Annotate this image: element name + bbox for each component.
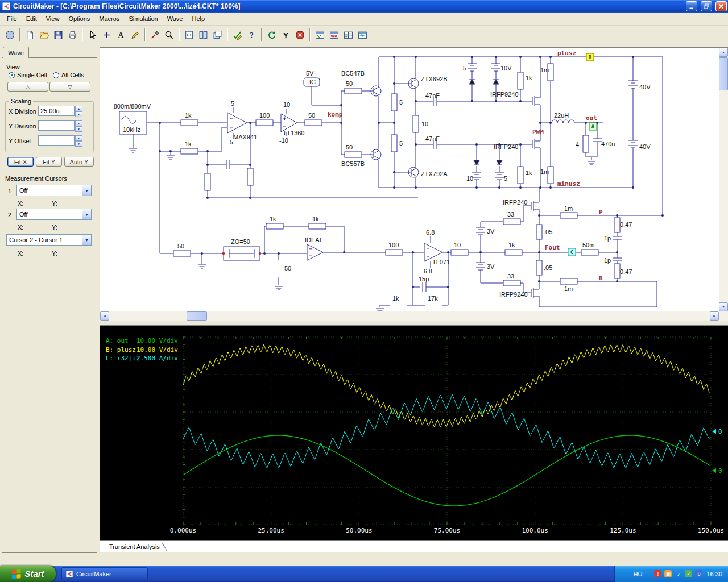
- minimize-button[interactable]: [686, 1, 697, 11]
- spin-down-icon[interactable]: ▼: [75, 141, 82, 147]
- auto-y-button[interactable]: Auto Y: [64, 157, 94, 167]
- y-axis-setup-button[interactable]: Y: [279, 28, 293, 42]
- menu-edit[interactable]: Edit: [22, 14, 42, 24]
- legend-name-c[interactable]: C: r32[i]: [106, 355, 140, 362]
- y-offset-input[interactable]: [38, 135, 75, 146]
- cursor1-select[interactable]: Off ▼: [16, 185, 92, 196]
- y-division-input[interactable]: [38, 120, 75, 131]
- difference-y-label: Y:: [52, 250, 57, 257]
- zoom-tool-button[interactable]: [162, 28, 176, 42]
- cursor2-number: 2: [8, 211, 11, 218]
- fit-x-button[interactable]: Fit X: [7, 157, 34, 167]
- messenger-tray-icon[interactable]: b: [695, 570, 702, 577]
- reset-simulation-button[interactable]: [264, 28, 279, 42]
- y-division-label: Y Division: [9, 123, 36, 130]
- edit-tool-button[interactable]: [128, 28, 142, 42]
- tab-wave[interactable]: Wave: [3, 47, 29, 58]
- net-label: komp: [328, 111, 343, 118]
- spin-up-icon[interactable]: ▲: [75, 135, 82, 141]
- schematic-viewport[interactable]: -800m/800mV10kHz1k1k5-5MAX94110010-10LT1…: [100, 48, 719, 311]
- cell-down-button[interactable]: ▽: [49, 82, 90, 92]
- schematic-canvas[interactable]: -800m/800mV10kHz1k1k5-5MAX94110010-10LT1…: [100, 48, 719, 311]
- cursor2-select[interactable]: Off ▼: [16, 209, 92, 220]
- fit-page-button[interactable]: [182, 28, 196, 42]
- menu-wave[interactable]: Wave: [163, 14, 188, 24]
- tab-transient-analysis[interactable]: Transient Analysis: [100, 542, 164, 550]
- menu-simulation[interactable]: Simulation: [124, 14, 162, 24]
- close-button[interactable]: [715, 1, 727, 11]
- part-browser-button[interactable]: [3, 28, 17, 42]
- antivirus-tray-icon[interactable]: !: [654, 570, 661, 577]
- net-label: out: [586, 114, 597, 122]
- display-utility-tray-icon[interactable]: ▣: [664, 570, 672, 577]
- x-tick-label: 75.00us: [434, 527, 460, 534]
- scope-window-2-button[interactable]: [327, 28, 341, 42]
- scheduler-tray-icon[interactable]: ✓: [685, 570, 692, 577]
- scroll-up-button[interactable]: ▲: [719, 48, 728, 57]
- scroll-left-button[interactable]: ◄: [100, 311, 109, 321]
- y-offset-spinner[interactable]: ▲▼: [75, 135, 82, 146]
- toolbar-separator: [227, 28, 228, 41]
- tile-windows-button[interactable]: [196, 28, 210, 42]
- legend-name-a[interactable]: A: out: [106, 337, 129, 344]
- menu-view[interactable]: View: [42, 14, 64, 24]
- component-label: 5: [504, 175, 507, 182]
- cascade-windows-button[interactable]: [210, 28, 225, 42]
- cell-up-button[interactable]: △: [7, 82, 48, 92]
- menu-macros[interactable]: Macros: [94, 14, 124, 24]
- restore-button[interactable]: [701, 1, 712, 11]
- language-indicator[interactable]: HU: [634, 571, 643, 577]
- horizontal-scroll-thumb[interactable]: [187, 311, 207, 321]
- vertical-scroll-thumb[interactable]: [719, 57, 728, 90]
- y-axis-setup-icon: Y: [281, 30, 291, 40]
- dropdown-arrow-icon[interactable]: ▼: [82, 209, 91, 219]
- y-division-spinner[interactable]: ▲▼: [75, 120, 82, 131]
- start-button[interactable]: Start: [0, 566, 56, 582]
- x-division-spinner[interactable]: ▲▼: [75, 106, 82, 116]
- radio-all-cells[interactable]: All Cells: [53, 72, 84, 78]
- scroll-right-button[interactable]: ►: [710, 311, 719, 321]
- quick-edit-button[interactable]: [230, 28, 245, 42]
- scope-window-3-button[interactable]: [341, 28, 355, 42]
- scope-window-1-button[interactable]: [313, 28, 327, 42]
- x-division-input[interactable]: [38, 106, 75, 116]
- legend-name-b[interactable]: B: plusz: [106, 346, 136, 354]
- component-label: 3V: [487, 263, 495, 270]
- schematic-horizontal-scrollbar[interactable]: ◄ ►: [100, 311, 719, 321]
- save-file-button[interactable]: [51, 28, 65, 42]
- text-tool-button[interactable]: A: [114, 28, 128, 42]
- component-label: 1k: [526, 169, 532, 176]
- radio-single-cell[interactable]: Single Cell: [9, 72, 47, 78]
- scroll-down-button[interactable]: ▼: [719, 302, 728, 311]
- wire-tool-icon: [102, 30, 111, 40]
- volume-tray-icon[interactable]: ♪: [675, 570, 682, 577]
- spin-up-icon[interactable]: ▲: [75, 120, 82, 126]
- menu-file[interactable]: File: [2, 14, 22, 24]
- waveform-panel[interactable]: A: out10.00 V/divB: plusz10.00 V/divC: r…: [100, 325, 728, 540]
- fit-y-button[interactable]: Fit Y: [36, 157, 62, 167]
- help-button[interactable]: ?: [245, 28, 259, 42]
- spin-down-icon[interactable]: ▼: [75, 111, 82, 117]
- open-file-button[interactable]: [37, 28, 51, 42]
- cursor-difference-select[interactable]: Cursor 2 - Cursor 1 ▼: [6, 234, 92, 246]
- dropdown-arrow-icon[interactable]: ▼: [82, 185, 91, 196]
- print-button[interactable]: [65, 28, 80, 42]
- component-label: 3V: [487, 228, 495, 235]
- scope-window-4-button[interactable]: [355, 28, 370, 42]
- menu-help[interactable]: Help: [187, 14, 209, 24]
- new-file-button[interactable]: [23, 28, 37, 42]
- dropdown-arrow-icon[interactable]: ▼: [82, 235, 91, 245]
- spin-up-icon[interactable]: ▲: [75, 106, 82, 111]
- y-offset-label: Y Offset: [9, 138, 31, 144]
- waveform-plot[interactable]: A: out10.00 V/divB: plusz10.00 V/divC: r…: [100, 326, 728, 541]
- wire-tool-button[interactable]: [100, 28, 114, 42]
- schematic-vertical-scrollbar[interactable]: ▲ ▼: [719, 48, 728, 311]
- menu-options[interactable]: Options: [64, 14, 94, 24]
- probe-tool-button[interactable]: [148, 28, 162, 42]
- stop-simulation-button[interactable]: [293, 28, 307, 42]
- taskbar-task-circuitmaker[interactable]: CircuitMaker: [61, 567, 148, 580]
- component-label: 50: [346, 144, 353, 151]
- spin-down-icon[interactable]: ▼: [75, 126, 82, 132]
- component-label: -10: [279, 137, 288, 144]
- arrow-tool-button[interactable]: [85, 28, 100, 42]
